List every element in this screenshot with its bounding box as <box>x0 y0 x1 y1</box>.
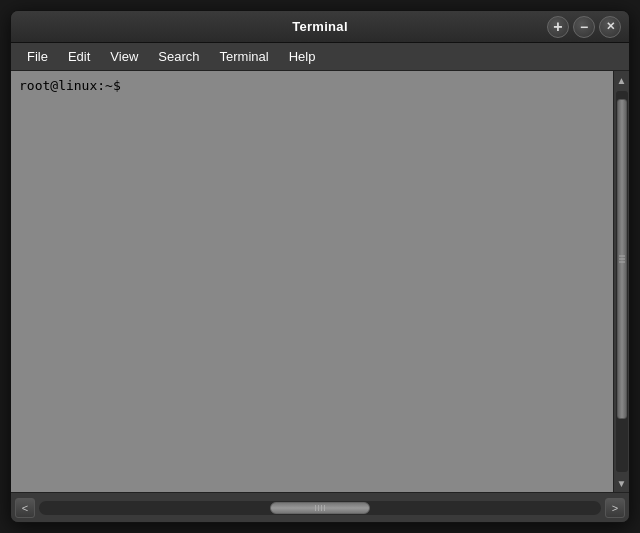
titlebar: Terminal + − ✕ <box>11 11 629 43</box>
content-area: root@linux:~$ ▲ ▼ <box>11 71 629 492</box>
vscroll-grip <box>618 256 626 263</box>
menu-terminal[interactable]: Terminal <box>210 46 279 67</box>
menubar: File Edit View Search Terminal Help <box>11 43 629 71</box>
minimize-button[interactable]: − <box>573 16 595 38</box>
menu-help[interactable]: Help <box>279 46 326 67</box>
horizontal-scrollbar: < > <box>11 492 629 522</box>
up-arrow-icon: ▲ <box>617 75 627 86</box>
hscroll-thumb[interactable] <box>270 502 370 514</box>
vscroll-up-arrow[interactable]: ▲ <box>614 71 630 89</box>
menu-file[interactable]: File <box>17 46 58 67</box>
hscroll-left-arrow[interactable]: < <box>15 498 35 518</box>
vscroll-thumb[interactable] <box>617 99 627 419</box>
hscroll-track[interactable] <box>39 501 601 515</box>
down-arrow-icon: ▼ <box>617 478 627 489</box>
hgrip-line-3 <box>321 505 322 511</box>
grip-line-3 <box>619 262 625 263</box>
add-tab-button[interactable]: + <box>547 16 569 38</box>
vscroll-track[interactable] <box>616 91 628 472</box>
menu-search[interactable]: Search <box>148 46 209 67</box>
vertical-scrollbar: ▲ ▼ <box>613 71 629 492</box>
window-title: Terminal <box>292 19 348 34</box>
terminal-body[interactable]: root@linux:~$ <box>11 71 613 492</box>
window-controls: + − ✕ <box>547 16 621 38</box>
menu-edit[interactable]: Edit <box>58 46 100 67</box>
hscroll-right-arrow[interactable]: > <box>605 498 625 518</box>
terminal-window: Terminal + − ✕ File Edit View Search Ter… <box>10 10 630 523</box>
hgrip-line-4 <box>324 505 325 511</box>
grip-line-1 <box>619 256 625 257</box>
close-button[interactable]: ✕ <box>599 16 621 38</box>
hgrip-line-2 <box>318 505 319 511</box>
right-arrow-icon: > <box>612 502 618 514</box>
menu-view[interactable]: View <box>100 46 148 67</box>
grip-line-2 <box>619 259 625 260</box>
terminal-prompt: root@linux:~$ <box>19 77 605 95</box>
vscroll-down-arrow[interactable]: ▼ <box>614 474 630 492</box>
left-arrow-icon: < <box>22 502 28 514</box>
hgrip-line-1 <box>315 505 316 511</box>
